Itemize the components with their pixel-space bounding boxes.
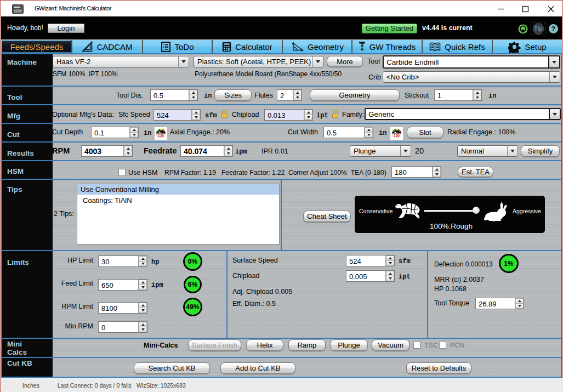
svg-text:120: 120 <box>158 134 164 138</box>
svg-text:?: ? <box>551 25 556 33</box>
svg-text:Tip: Tip <box>534 26 543 32</box>
svg-text:120: 120 <box>394 134 400 138</box>
